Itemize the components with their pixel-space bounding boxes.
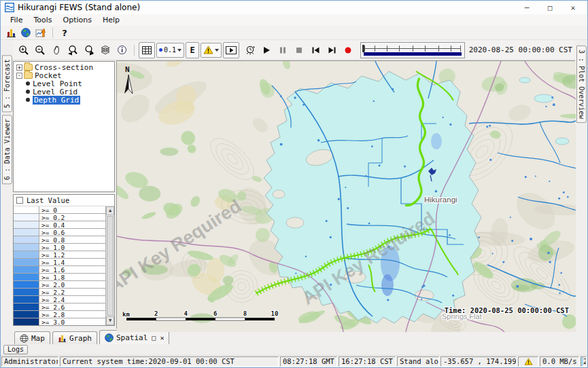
legend-toggle-button[interactable]: E <box>186 42 199 58</box>
tree-item-level-point[interactable]: Level Point <box>15 79 114 88</box>
legend-row[interactable]: >= 2.0 <box>14 281 105 289</box>
tab-map[interactable]: Map <box>14 331 50 344</box>
legend-row[interactable]: >= 1.8 <box>14 274 105 281</box>
tab-label: Spatial <box>116 333 148 342</box>
filter-panel: + Cross-section - Pocket Level Point <box>13 60 116 329</box>
tab-forecast[interactable]: 5 : Forecast <box>2 55 12 112</box>
chevron-down-icon <box>215 49 219 52</box>
tree-item-pocket[interactable]: - Pocket <box>15 71 114 79</box>
tab-label: Graph <box>69 334 92 343</box>
legend-swatch <box>14 289 39 295</box>
scrollbar-thumb[interactable] <box>107 216 114 316</box>
menu-tools[interactable]: Tools <box>28 16 57 24</box>
map-svg: Hikurangi Springs Flat API Key Required … <box>117 61 576 332</box>
legend-row[interactable]: >= 2.6 <box>14 303 105 311</box>
info-button[interactable] <box>114 42 130 58</box>
legend-row[interactable]: >= 0.8 <box>14 236 105 244</box>
status-user: Administrator <box>1 356 58 367</box>
chevron-down-icon <box>177 49 181 52</box>
legend-label: >= 0.8 <box>39 236 105 243</box>
close-tab-icon[interactable]: ✕ <box>160 334 164 342</box>
pause-button[interactable] <box>275 42 291 58</box>
time-navigator-button[interactable] <box>242 42 258 58</box>
maximize-button[interactable]: □ <box>538 3 561 12</box>
map-display-button[interactable] <box>18 26 33 39</box>
classbreaks-dropdown[interactable]: 0.1 <box>156 43 184 58</box>
tab-spatial[interactable]: Spatial □ ✕ <box>99 330 169 344</box>
timeseries-dialog-button[interactable] <box>33 26 48 39</box>
legend-row[interactable]: >= 2.4 <box>14 296 105 303</box>
scroll-up-icon[interactable]: ▲ <box>106 206 114 215</box>
logs-button[interactable]: Logs <box>3 345 28 354</box>
stop-button[interactable] <box>291 42 307 58</box>
chart-arrow-icon <box>35 28 46 38</box>
bar-chart-icon <box>58 334 67 342</box>
maximize-tab-icon[interactable]: □ <box>152 334 156 342</box>
grid-display-button[interactable] <box>139 42 155 58</box>
legend-swatch <box>14 259 39 265</box>
tree-item-level-grid[interactable]: Level Grid <box>15 88 114 96</box>
legend-label: >= 2.8 <box>39 311 105 318</box>
legend-label: >= 2.4 <box>39 296 105 303</box>
legend-row[interactable]: >= 3.0 <box>14 318 105 325</box>
movie-player-button[interactable] <box>223 42 239 58</box>
folder-icon <box>24 64 33 71</box>
legend-row[interactable]: >= 0.2 <box>14 214 105 221</box>
time-slider[interactable] <box>360 42 465 58</box>
menu-file[interactable]: File <box>5 16 28 24</box>
map-canvas[interactable]: Hikurangi Springs Flat API Key Required … <box>116 60 575 329</box>
database-viewer-button[interactable] <box>3 26 18 39</box>
legend-label: >= 1.2 <box>39 251 105 258</box>
main-toolbar: ? <box>1 26 587 40</box>
info-icon <box>117 45 127 55</box>
legend-scrollbar[interactable]: ▲ ▼ <box>105 206 114 325</box>
legend-swatch <box>14 311 39 318</box>
expand-icon[interactable]: + <box>16 65 22 71</box>
menu-options[interactable]: Options <box>58 16 97 24</box>
node-bullet-icon <box>26 81 30 86</box>
legend-label: >= 1.8 <box>39 274 105 280</box>
legend-row[interactable]: >= 1.2 <box>14 251 105 259</box>
tab-data-viewer[interactable]: 6 : Data Viewer <box>2 115 12 184</box>
tab-plot-overview[interactable]: 3 : Plot Overview <box>576 45 587 123</box>
zoom-out-button[interactable] <box>32 42 48 58</box>
zoom-next-button[interactable] <box>81 42 97 58</box>
legend-row[interactable]: >= 2.8 <box>14 311 105 318</box>
tab-graph[interactable]: Graph <box>52 331 97 344</box>
warnings-dropdown[interactable] <box>201 43 222 58</box>
step-back-button[interactable] <box>307 42 324 58</box>
status-throughput: 0.0 MB/s <box>540 356 579 367</box>
zoom-in-icon <box>18 45 29 56</box>
step-forward-button[interactable] <box>324 42 340 58</box>
status-coordinates: -35.657 , 174.199 <box>440 356 517 367</box>
close-button[interactable]: ✕ <box>561 3 585 12</box>
legend-row[interactable]: >= 1.6 <box>14 266 105 274</box>
pan-button[interactable] <box>48 42 65 58</box>
legend-swatch <box>14 266 39 273</box>
legend-swatch <box>14 214 39 221</box>
collapse-icon[interactable]: - <box>16 73 22 79</box>
help-button[interactable]: ? <box>57 26 72 39</box>
zoom-previous-button[interactable] <box>65 42 81 58</box>
zoom-next-icon <box>84 45 94 56</box>
legend-row[interactable]: >= 2.2 <box>14 289 105 296</box>
legend-row[interactable]: >= 0.6 <box>14 229 105 236</box>
tab-label: Map <box>31 334 45 343</box>
scroll-down-icon[interactable]: ▼ <box>106 316 114 325</box>
legend-row[interactable]: >= 1.0 <box>14 244 105 251</box>
record-button[interactable] <box>340 42 356 58</box>
legend-row[interactable]: >= 0 <box>14 206 105 214</box>
tree-item-depth-grid[interactable]: Depth Grid <box>15 96 114 104</box>
minimize-button[interactable]: ─ <box>515 3 538 12</box>
status-warning[interactable] <box>518 356 538 367</box>
legend-row[interactable]: >= 1.4 <box>14 259 105 266</box>
layers-button[interactable] <box>97 42 114 58</box>
zoom-in-button[interactable] <box>16 42 32 58</box>
legend-row[interactable]: >= 0.4 <box>14 221 105 229</box>
menu-help[interactable]: Help <box>97 16 125 24</box>
play-button[interactable] <box>258 42 275 58</box>
application-window: Hikurangi FEWS (Stand alone) ─ □ ✕ File … <box>0 0 588 368</box>
last-value-checkbox[interactable] <box>16 197 23 204</box>
movie-icon <box>226 46 237 54</box>
app-logo-icon <box>5 3 14 12</box>
